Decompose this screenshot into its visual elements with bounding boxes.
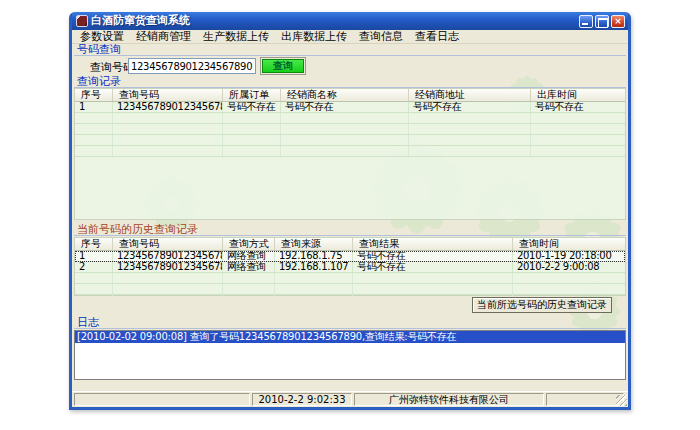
cell-query-number: 12345678901234567890: [113, 251, 223, 261]
minimize-button[interactable]: [579, 15, 593, 28]
col-header-outbound-time[interactable]: 出库时间: [531, 89, 625, 101]
status-company: 广州弥特软件科技有限公司: [354, 393, 544, 406]
section-title-log: 日志: [74, 317, 626, 329]
log-list: [2010-02-02 09:00:08] 查询了号码1234567890123…: [74, 330, 626, 380]
col-header-query-number[interactable]: 查询号码: [113, 89, 223, 101]
cell-query-time: 2010-2-2 9:00:08: [513, 262, 625, 272]
section-title-history: 当前号码的历史查询记录: [74, 224, 626, 236]
table-header-row: 序号 查询号码 所属订单 经销商名称 经销商地址 出库时间: [75, 89, 625, 102]
table-row[interactable]: 2 12345678901234567890 网络查询 192.168.1.10…: [75, 262, 625, 273]
cell-query-number: 12345678901234567890: [113, 262, 223, 272]
cell-query-source: 192.168.1.107: [275, 262, 353, 272]
query-records-table: 序号 查询号码 所属订单 经销商名称 经销商地址 出库时间 1 12345678…: [74, 88, 626, 220]
cell-dealer-address: 号码不存在: [409, 102, 531, 112]
col-header-query-result[interactable]: 查询结果: [353, 238, 513, 250]
col-header-query-time[interactable]: 查询时间: [513, 238, 625, 250]
maximize-button[interactable]: [595, 15, 609, 28]
cell-query-result: 号码不存在: [353, 251, 513, 261]
table-header-row: 序号 查询号码 查询方式 查询来源 查询结果 查询时间: [75, 238, 625, 251]
cell-query-source: 192.168.1.75: [275, 251, 353, 261]
col-header-query-number[interactable]: 查询号码: [113, 238, 223, 250]
empty-grid-rows: [75, 113, 625, 157]
history-of-selected-number-button[interactable]: 当前所选号码的历史查询记录: [472, 297, 612, 313]
app-icon: [76, 15, 88, 27]
history-table: 序号 查询号码 查询方式 查询来源 查询结果 查询时间 1 1234567890…: [74, 237, 626, 296]
col-header-index[interactable]: 序号: [75, 238, 113, 250]
empty-grid-rows: [75, 273, 625, 296]
app-window: 白酒防窜货查询系统 × 参数设置 经销商管理 生产数据上传 出库数据上传 查询信…: [69, 12, 631, 410]
history-button-row: 当前所选号码的历史查询记录: [74, 297, 626, 313]
cell-query-number: 12345678901234567890: [113, 102, 223, 112]
menu-item-outbound-upload[interactable]: 出库数据上传: [275, 30, 353, 43]
cell-index: 2: [75, 262, 113, 272]
query-button[interactable]: 查询: [260, 57, 306, 75]
menu-bar: 参数设置 经销商管理 生产数据上传 出库数据上传 查询信息 查看日志: [72, 30, 628, 44]
log-entry-selected[interactable]: [2010-02-02 09:00:08] 查询了号码1234567890123…: [75, 331, 625, 343]
cell-query-method: 网络查询: [223, 251, 275, 261]
table-row[interactable]: 1 12345678901234567890 号码不存在 号码不存在 号码不存在…: [75, 102, 625, 113]
close-button[interactable]: ×: [611, 15, 625, 28]
query-number-input[interactable]: [128, 58, 256, 74]
cell-index: 1: [75, 251, 113, 261]
col-header-dealer-address[interactable]: 经销商地址: [409, 89, 531, 101]
menu-item-dealer-mgmt[interactable]: 经销商管理: [130, 30, 197, 43]
content-area: 号码查询 查询号码 查询 查询记录 序号 查询号码 所属订单 经销商名称 经销商…: [72, 44, 628, 391]
status-panel-empty: [74, 393, 250, 406]
window-title: 白酒防窜货查询系统: [91, 12, 579, 30]
cell-query-time: 2010-1-19 20:18:00: [513, 251, 625, 261]
col-header-index[interactable]: 序号: [75, 89, 113, 101]
query-button-label: 查询: [262, 59, 304, 73]
status-panel-empty: [546, 393, 624, 406]
cell-query-method: 网络查询: [223, 262, 275, 272]
menu-item-production-upload[interactable]: 生产数据上传: [197, 30, 275, 43]
menu-item-query-info[interactable]: 查询信息: [353, 30, 409, 43]
query-row: 查询号码 查询: [74, 57, 626, 77]
menu-item-params[interactable]: 参数设置: [74, 30, 130, 43]
title-bar[interactable]: 白酒防窜货查询系统 ×: [72, 12, 628, 30]
section-title-number-query: 号码查询: [74, 44, 626, 56]
cell-order: 号码不存在: [223, 102, 281, 112]
col-header-dealer-name[interactable]: 经销商名称: [281, 89, 409, 101]
status-time: 2010-2-2 9:02:33: [252, 393, 352, 406]
col-header-order[interactable]: 所属订单: [223, 89, 281, 101]
table-empty-area: [75, 157, 625, 220]
resize-grip[interactable]: [616, 395, 627, 406]
col-header-query-method[interactable]: 查询方式: [223, 238, 275, 250]
cell-dealer-name: 号码不存在: [281, 102, 409, 112]
table-row-selected[interactable]: 1 12345678901234567890 网络查询 192.168.1.75…: [75, 251, 625, 262]
section-title-query-records: 查询记录: [74, 76, 626, 88]
col-header-query-source[interactable]: 查询来源: [275, 238, 353, 250]
cell-index: 1: [75, 102, 113, 112]
status-bar: 2010-2-2 9:02:33 广州弥特软件科技有限公司: [72, 391, 628, 407]
cell-outbound-time: 号码不存在: [531, 102, 625, 112]
cell-query-result: 号码不存在: [353, 262, 513, 272]
menu-item-view-log[interactable]: 查看日志: [409, 30, 465, 43]
